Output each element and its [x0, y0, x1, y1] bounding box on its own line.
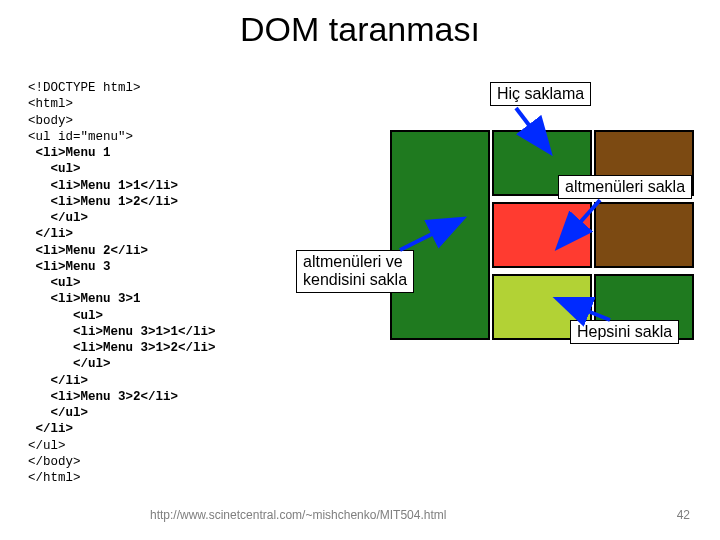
label-hide-submenus: altmenüleri sakla — [558, 175, 692, 199]
code-listing: <!DOCTYPE html> <html> <body> <ul id="me… — [28, 80, 216, 486]
label-hide-none: Hiç saklama — [490, 82, 591, 106]
diagram — [390, 130, 696, 340]
label-hide-sub-self: altmenüleri ve kendisini sakla — [296, 250, 414, 293]
slide-number: 42 — [677, 508, 690, 522]
block-main — [390, 130, 490, 340]
footer-url: http://www.scinetcentral.com/~mishchenko… — [150, 508, 446, 522]
slide-title: DOM taranması — [0, 10, 720, 49]
label-hide-all: Hepsini sakla — [570, 320, 679, 344]
block-r2-b — [594, 202, 694, 268]
block-r2-a — [492, 202, 592, 268]
